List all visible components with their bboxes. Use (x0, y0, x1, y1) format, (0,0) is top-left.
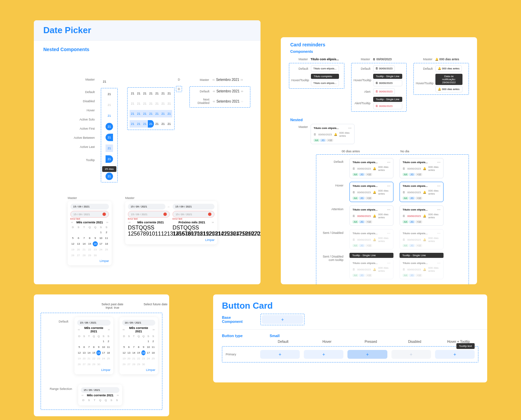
calendar-day[interactable]: 2 (131, 231, 134, 237)
calendar-day[interactable]: 28 (82, 253, 87, 258)
chevron-right-icon[interactable]: ›› (211, 221, 214, 224)
calendar-day[interactable]: 13 (212, 231, 218, 237)
date-input-from[interactable]: 15 / 09 / 2021 (128, 204, 165, 209)
calendar-day[interactable]: 5 (77, 345, 81, 350)
reminder-card[interactable]: Título com elípsis...⋯00/00/2023000 dias… (349, 229, 393, 249)
calendar-day[interactable]: 18 (151, 350, 155, 355)
calendar-day[interactable]: 24 (98, 247, 104, 252)
reminder-card[interactable]: Título com elípsis...⋯00/00/2023000 dias… (400, 158, 444, 178)
wd[interactable]: 21 (148, 120, 154, 128)
more-icon[interactable]: ⋯ (387, 184, 390, 188)
more-icon[interactable]: ⋯ (387, 160, 390, 164)
chevron-left-icon[interactable]: ‹‹ (70, 221, 74, 224)
chevron-left-icon[interactable]: ‹‹ (128, 221, 131, 224)
calendar-day[interactable]: 2 (104, 230, 109, 235)
date-alert[interactable]: 00/00/2023 (373, 88, 395, 95)
calendar-day[interactable]: 11 (104, 236, 109, 241)
calendar-day[interactable]: 5 (179, 231, 182, 237)
calendar-day[interactable]: 17 (98, 241, 104, 246)
calendar-day[interactable]: 13 (82, 350, 86, 355)
add-button-hover-tt[interactable]: + (435, 350, 475, 359)
calendar-day[interactable]: 1 (98, 230, 104, 235)
chevron-left-icon[interactable]: ‹‹ (213, 100, 215, 103)
calendar-day[interactable]: 21 (82, 247, 87, 252)
calendar-day[interactable]: 9 (93, 236, 98, 241)
chevron-right-icon[interactable]: ›› (116, 394, 119, 397)
chip-plus[interactable]: +10 (415, 244, 422, 247)
calendar-day[interactable]: 26 (122, 362, 126, 367)
calendar-day[interactable]: 15 (87, 241, 92, 246)
reminder-card[interactable]: Título com elípsis...⋯00/00/2023000 dias… (349, 182, 393, 202)
day-default[interactable]: 21 (106, 90, 113, 98)
add-button-hover[interactable]: + (304, 350, 343, 359)
calendar-day[interactable]: 11 (151, 345, 155, 350)
chip-plus[interactable]: +10 (415, 173, 422, 176)
chip-plus[interactable]: +10 (365, 173, 372, 176)
calendar-day[interactable]: 7 (140, 231, 143, 237)
calendar-day[interactable]: 12 (77, 350, 81, 355)
calendar-day[interactable]: 21 (87, 356, 91, 361)
wd[interactable]: 21 (142, 90, 148, 97)
title-hover[interactable]: Título com elípsis... (311, 80, 339, 86)
day-active-solo[interactable]: 21 (106, 123, 113, 130)
calendar-day[interactable]: 10 (101, 345, 106, 350)
chevron-left-icon[interactable]: ‹‹ (77, 328, 81, 331)
calendar-day[interactable]: 13 (76, 241, 81, 246)
days-hover[interactable]: 000 dias antes (435, 86, 462, 92)
calendar-day[interactable]: 10 (194, 231, 200, 237)
calendar-day[interactable]: 29 (137, 362, 141, 367)
calendar-day[interactable]: 2 (151, 339, 155, 344)
more-icon[interactable]: ⋯ (437, 160, 440, 164)
calendar-day[interactable]: 7 (87, 345, 91, 350)
reminder-card[interactable]: Título com elípsis...⋯00/00/2023000 dias… (349, 158, 393, 178)
date-input-err-to[interactable]: 15 / 09 / 2021 (173, 211, 214, 218)
calendar-day[interactable]: 26 (70, 253, 75, 258)
calendar-day[interactable]: 20 (76, 247, 81, 252)
calendar-day[interactable]: 15 (137, 350, 141, 355)
calendar-day[interactable]: 18 (242, 231, 248, 237)
date-input-error[interactable]: 15 / 09 / 2021 (70, 211, 109, 218)
calendar-day[interactable]: 9 (96, 345, 100, 350)
calendar-day[interactable]: 13 (127, 350, 131, 355)
reminder-card-master[interactable]: Título com elípsis...⋯ 00/00/2023000 dia… (311, 124, 355, 144)
clear-button[interactable]: Limpar (173, 237, 214, 242)
calendar-day[interactable]: 10 (149, 231, 155, 237)
add-button-default[interactable]: + (260, 350, 300, 359)
wd[interactable]: 21 (154, 90, 160, 97)
date-hover[interactable]: 00/00/2023 (373, 80, 402, 86)
day-tooltip[interactable]: 21 (106, 173, 113, 180)
wd[interactable]: 21 (142, 120, 148, 128)
more-icon[interactable]: ⋯ (437, 261, 440, 265)
clear-button[interactable]: Limpar (70, 258, 109, 263)
calendar-day[interactable]: 8 (92, 345, 96, 350)
calendar-day[interactable]: 21 (132, 356, 136, 361)
calendar-day[interactable]: 22 (137, 356, 141, 361)
calendar-day[interactable]: 25 (106, 356, 110, 361)
more-icon[interactable]: ⋯ (437, 231, 440, 235)
wd[interactable]: 21 (130, 90, 136, 97)
chip-plus[interactable]: +10 (365, 220, 372, 223)
calendar-day[interactable]: 11 (200, 231, 206, 237)
calendar-day[interactable]: 12 (206, 231, 212, 237)
reminder-card[interactable]: Título com elípsis...⋯00/00/2023000 dias… (400, 182, 444, 202)
title-default[interactable]: Título com elípsis... (311, 65, 339, 72)
reminder-card[interactable]: Título com elípsis...⋯00/00/2023000 dias… (400, 205, 444, 226)
calendar-day[interactable]: 17 (101, 350, 106, 355)
chevron-right-icon[interactable]: ›› (152, 328, 155, 331)
date-input[interactable]: 16 / 09 / 2021 (122, 320, 155, 326)
calendar-day[interactable]: 29 (87, 253, 92, 258)
calendar-day[interactable]: 16 (96, 350, 100, 355)
calendar-day[interactable]: 15 (224, 231, 230, 237)
calendar-day[interactable]: 14 (132, 350, 136, 355)
calendar-day[interactable]: 24 (101, 356, 106, 361)
calendar-day[interactable]: 29 (92, 362, 96, 367)
more-icon[interactable]: ⋯ (387, 231, 390, 235)
calendar-day[interactable]: 5 (70, 236, 75, 241)
wd[interactable]: 21 (160, 110, 166, 117)
calendar-day[interactable]: 6 (82, 345, 86, 350)
date-input-err-from[interactable]: 15 / 09 / 2021 (128, 211, 170, 218)
chevron-left-icon[interactable]: ‹‹ (81, 394, 84, 397)
wd[interactable]: 21 (166, 110, 172, 117)
calendar-day[interactable]: 11 (106, 345, 110, 350)
calendar-day[interactable]: 14 (218, 231, 224, 237)
